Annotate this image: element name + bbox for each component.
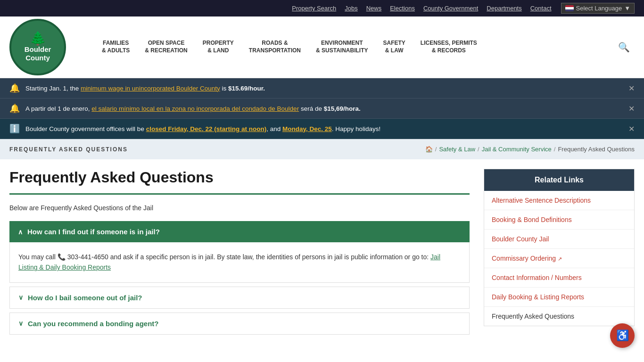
alert-1-close[interactable]: ✕ (628, 84, 635, 93)
logo[interactable]: 🌲 BoulderCounty (9, 19, 66, 75)
breadcrumb-bar: FREQUENTLY ASKED QUESTIONS 🏠 / Safety & … (0, 139, 644, 159)
accordion-item-1: ∧ How can I find out if someone is in ja… (9, 221, 470, 283)
alert-3-close[interactable]: ✕ (628, 124, 635, 133)
alert-3: ℹ️ Boulder County government offices wil… (0, 119, 644, 139)
topnav-elections[interactable]: Elections (390, 5, 415, 12)
nav-families[interactable]: FAMILIES& ADULTS (94, 35, 137, 59)
alert-3-link2[interactable]: Monday, Dec. 25 (282, 125, 332, 132)
topnav-departments[interactable]: Departments (487, 5, 521, 12)
nav-environment[interactable]: ENVIRONMENT& SUSTAINABILITY (308, 35, 375, 59)
topnav-jobs[interactable]: Jobs (345, 5, 357, 12)
sidebar-link-alt-sentence: Alternative Sentence Descriptions (484, 191, 634, 210)
accessibility-button[interactable]: ♿ (610, 323, 635, 348)
external-link-icon: ↗ (558, 256, 562, 262)
title-underline (9, 193, 470, 195)
language-label: Select Language (576, 5, 622, 12)
alert-3-link1[interactable]: closed Friday, Dec. 22 (starting at noon… (146, 125, 267, 132)
accordion-item-2: ∨ How do I bail someone out of jail? (9, 287, 470, 309)
breadcrumb-home[interactable]: 🏠 (425, 146, 433, 153)
breadcrumb-jail-community[interactable]: Jail & Community Service (482, 146, 552, 153)
nav-openspace[interactable]: OPEN SPACE& RECREATION (137, 35, 195, 59)
alert-2-link[interactable]: el salario mínimo local en la zona no in… (91, 105, 299, 112)
page-title: Frequently Asked Questions (9, 169, 470, 186)
chevron-down-icon-2: ∨ (18, 294, 23, 301)
accordion-body-1: You may call 📞 303-441-4650 and ask if a… (9, 242, 470, 283)
alert-2: 🔔 A partir del 1 de enero, el salario mí… (0, 99, 644, 119)
flag-icon (565, 5, 574, 11)
sidebar-link-booking-bond: Booking & Bond Definitions (484, 210, 634, 230)
chevron-up-icon: ∧ (18, 228, 23, 236)
main-nav: FAMILIES& ADULTS OPEN SPACE& RECREATION … (94, 35, 635, 59)
accordion-item-3: ∨ Can you recommend a bonding agent? (9, 313, 470, 335)
topnav-news[interactable]: News (366, 5, 382, 12)
sidebar-link-bc-jail: Boulder County Jail (484, 230, 634, 249)
accordion-question-3: Can you recommend a bonding agent? (28, 320, 159, 328)
sidebar: Related Links Alternative Sentence Descr… (484, 169, 635, 338)
intro-text: Below are Frequently Asked Questions of … (9, 204, 470, 212)
breadcrumb-safety-law[interactable]: Safety & Law (439, 146, 475, 153)
language-selector[interactable]: Select Language ▼ (561, 3, 635, 14)
logo-text: BoulderCounty (25, 45, 51, 62)
sidebar-link-daily-booking: Daily Booking & Listing Reports (484, 288, 634, 307)
sidebar-link-faq: Frequently Asked Questions (484, 307, 634, 326)
chevron-down-icon-3: ∨ (18, 320, 23, 327)
breadcrumb-current: Frequently Asked Questions (558, 146, 635, 153)
phone-number: 303-441-4650 (67, 253, 108, 261)
accessibility-icon: ♿ (616, 329, 629, 342)
bell-icon: 🔔 (9, 83, 20, 93)
accordion-question-2: How do I bail someone out of jail? (28, 294, 142, 302)
nav-safety[interactable]: SAFETY& LAW (375, 35, 413, 59)
top-bar: Property Search Jobs News Elections Coun… (0, 0, 644, 16)
search-icon[interactable]: 🔍 (613, 37, 635, 58)
related-links-box: Related Links Alternative Sentence Descr… (484, 169, 635, 326)
alert-1-link[interactable]: minimum wage in unincorporated Boulder C… (81, 85, 220, 92)
sidebar-link-contact: Contact Information / Numbers (484, 268, 634, 288)
sidebar-link-commissary: Commissary Ordering ↗ (484, 249, 634, 268)
chevron-down-icon: ▼ (624, 5, 630, 12)
topnav-contact[interactable]: Contact (530, 5, 552, 12)
accordion-question-1: How can I find out if someone is in jail… (27, 228, 160, 236)
logo-area: 🌲 BoulderCounty (9, 19, 94, 75)
phone-icon: 📞 (58, 253, 66, 261)
info-icon: ℹ️ (9, 123, 20, 134)
breadcrumb: 🏠 / Safety & Law / Jail & Community Serv… (425, 146, 635, 153)
nav-property[interactable]: PROPERTY& LAND (195, 35, 241, 59)
topnav-county-government[interactable]: County Government (423, 5, 478, 12)
bell-icon-2: 🔔 (9, 103, 20, 114)
site-header: 🌲 BoulderCounty FAMILIES& ADULTS OPEN SP… (0, 16, 644, 78)
accordion-header-1[interactable]: ∧ How can I find out if someone is in ja… (9, 221, 470, 242)
alert-2-close[interactable]: ✕ (628, 104, 635, 113)
logo-tree-icon: 🌲 (30, 32, 46, 45)
main-content: Frequently Asked Questions Below are Fre… (9, 169, 470, 338)
accordion-header-2[interactable]: ∨ How do I bail someone out of jail? (9, 287, 470, 309)
alert-2-text: A partir del 1 de enero, el salario míni… (25, 105, 623, 112)
topnav-property-search[interactable]: Property Search (292, 5, 336, 12)
top-nav: Property Search Jobs News Elections Coun… (292, 5, 551, 12)
alert-3-text: Boulder County government offices will b… (25, 125, 623, 132)
alert-1-text: Starting Jan. 1, the minimum wage in uni… (25, 85, 623, 92)
alert-1: 🔔 Starting Jan. 1, the minimum wage in u… (0, 78, 644, 99)
accordion-body-text-1: You may call 📞 303-441-4650 and ask if a… (18, 252, 461, 273)
nav-roads[interactable]: ROADS &TRANSPORTATION (241, 35, 308, 59)
content-wrapper: Frequently Asked Questions Below are Fre… (0, 159, 644, 357)
section-title: FREQUENTLY ASKED QUESTIONS (9, 146, 128, 153)
nav-licenses[interactable]: LICENSES, PERMITS& RECORDS (413, 35, 485, 59)
related-links-title: Related Links (484, 169, 634, 191)
alerts-container: 🔔 Starting Jan. 1, the minimum wage in u… (0, 78, 644, 139)
accordion-header-3[interactable]: ∨ Can you recommend a bonding agent? (9, 313, 470, 335)
